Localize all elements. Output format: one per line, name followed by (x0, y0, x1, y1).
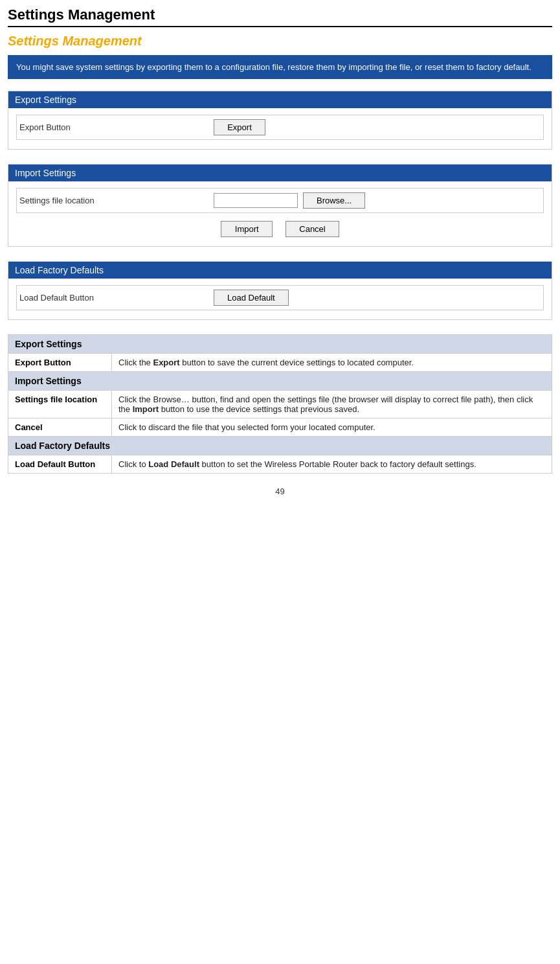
desc-section-header: Export Settings (8, 335, 552, 354)
load-factory-body: Load Default Button Load Default (8, 279, 552, 319)
settings-file-location-label: Settings file location (19, 196, 214, 205)
description-table: Export SettingsExport ButtonClick the Ex… (8, 334, 552, 474)
desc-row: Settings file locationClick the Browse… … (8, 391, 552, 419)
page-title-bar: Settings Management (8, 6, 552, 27)
desc-row: Load Default ButtonClick to Load Default… (8, 455, 552, 474)
desc-text: Click to Load Default button to set the … (112, 455, 552, 474)
load-default-row: Load Default Button Load Default (16, 285, 544, 310)
export-settings-body: Export Button Export (8, 108, 552, 149)
import-cancel-row: Import Cancel (16, 216, 544, 240)
export-button[interactable]: Export (214, 119, 265, 135)
desc-label: Settings file location (8, 391, 112, 419)
cancel-button[interactable]: Cancel (286, 221, 339, 237)
settings-file-input[interactable] (214, 193, 298, 208)
load-factory-panel: Load Factory Defaults Load Default Butto… (8, 261, 552, 320)
import-settings-header: Import Settings (8, 165, 552, 181)
export-settings-header: Export Settings (8, 91, 552, 108)
export-button-label: Export Button (19, 122, 214, 132)
desc-row: CancelClick to discard the file that you… (8, 419, 552, 437)
settings-file-location-row: Settings file location Browse... (16, 188, 544, 213)
load-default-label: Load Default Button (19, 293, 214, 303)
load-factory-header: Load Factory Defaults (8, 262, 552, 279)
desc-label: Export Button (8, 354, 112, 372)
export-settings-panel: Export Settings Export Button Export (8, 91, 552, 150)
page-title: Settings Management (8, 6, 155, 23)
import-settings-body: Settings file location Browse... Import … (8, 181, 552, 246)
page-number: 49 (8, 487, 552, 496)
import-settings-panel: Import Settings Settings file location B… (8, 164, 552, 247)
desc-row: Export ButtonClick the Export button to … (8, 354, 552, 372)
export-button-row: Export Button Export (16, 115, 544, 140)
desc-section-header: Import Settings (8, 372, 552, 391)
import-button[interactable]: Import (221, 221, 273, 237)
load-default-controls: Load Default (214, 290, 289, 306)
desc-text: Click the Browse… button, find and open … (112, 391, 552, 419)
desc-label: Cancel (8, 419, 112, 437)
desc-section-header: Load Factory Defaults (8, 437, 552, 455)
section-main-title: Settings Management (8, 34, 552, 49)
load-default-button[interactable]: Load Default (214, 290, 289, 306)
info-box: You might save system settings by export… (8, 55, 552, 79)
import-controls: Browse... (214, 192, 365, 209)
desc-text: Click the Export button to save the curr… (112, 354, 552, 372)
export-controls: Export (214, 119, 265, 135)
browse-button[interactable]: Browse... (303, 192, 365, 209)
desc-text: Click to discard the file that you selec… (112, 419, 552, 437)
desc-label: Load Default Button (8, 455, 112, 474)
